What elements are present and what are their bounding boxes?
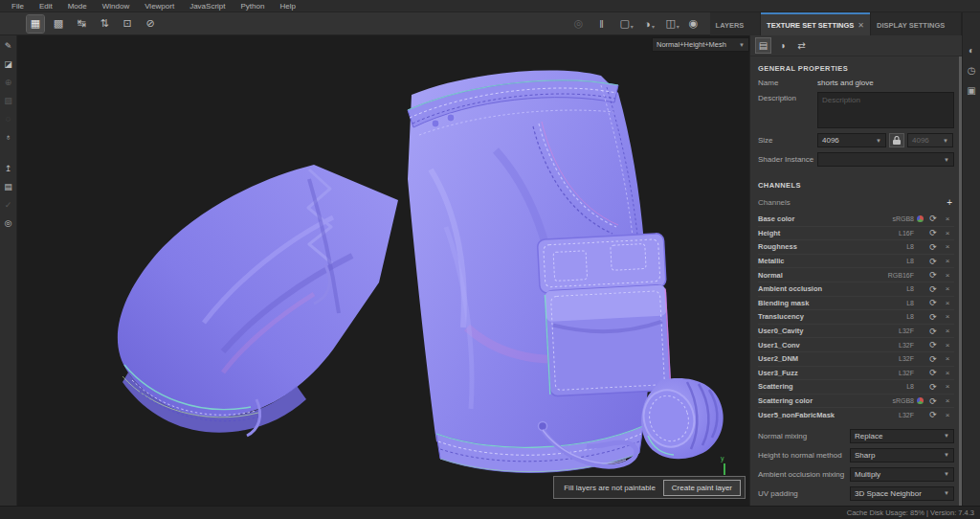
channel-remove-icon[interactable]: × (941, 242, 954, 251)
channel-refresh-icon[interactable]: ⟳ (925, 270, 941, 280)
create-paint-layer-button[interactable]: Create paint layer (663, 480, 741, 496)
shader-instance-dropdown[interactable]: ▼ (817, 152, 954, 167)
tool-icon[interactable]: ↥ (2, 162, 15, 175)
menu-item[interactable]: Help (272, 0, 302, 12)
tool-icon[interactable]: ▤ (2, 180, 15, 193)
channel-refresh-icon[interactable]: ⟳ (925, 327, 941, 336)
channel-remove-icon[interactable]: × (941, 214, 954, 223)
normal-map-model (17, 35, 749, 506)
tool-icon[interactable]: ⊕ (2, 76, 15, 89)
toolbar-icon[interactable]: ◫▾ (664, 15, 681, 33)
channel-format-dropdown[interactable]: sRGB8 (881, 397, 914, 404)
channel-format-dropdown[interactable]: sRGB8 (881, 215, 914, 222)
toolbar-icon[interactable]: ⊘ (142, 15, 159, 33)
panel-scrollbar[interactable] (959, 56, 962, 506)
viewport-shading-dropdown[interactable]: Normal+Height+Mesh▼ (652, 37, 749, 52)
toolbar-icon[interactable]: ▢▾ (618, 15, 635, 33)
description-input[interactable] (817, 92, 954, 128)
channel-format-dropdown[interactable]: L32F (881, 327, 914, 334)
menu-item[interactable]: File (4, 0, 32, 12)
channel-remove-icon[interactable]: × (941, 354, 954, 363)
panel-subtab-icon[interactable]: ◑ (775, 38, 790, 53)
channel-remove-icon[interactable]: × (941, 396, 954, 405)
channel-refresh-icon[interactable]: ⟳ (925, 284, 941, 294)
toolbar-icon[interactable]: ↹ (73, 15, 90, 33)
panel-tab[interactable]: TEXTURE SET SETTINGS✕ (761, 12, 870, 35)
channel-refresh-icon[interactable]: ⟳ (925, 312, 941, 322)
side-strip-icon[interactable]: ◐ (969, 45, 974, 56)
toolbar-icon[interactable]: ▦ (27, 15, 44, 33)
menu-item[interactable]: Window (95, 0, 137, 12)
menu-item[interactable]: Mode (60, 0, 95, 12)
toolbar-icon[interactable]: ⇅ (96, 15, 113, 33)
toolbar-icon[interactable]: ◑▾ (641, 15, 658, 33)
channel-remove-icon[interactable]: × (941, 257, 954, 265)
tool-icon[interactable]: ◎ (2, 216, 15, 230)
mixing-dropdown[interactable]: Multiply▼ (850, 467, 954, 482)
channel-refresh-icon[interactable]: ⟳ (925, 228, 941, 237)
tool-icon[interactable]: ▨ (2, 94, 15, 107)
channel-remove-icon[interactable]: × (941, 284, 954, 293)
channel-remove-icon[interactable]: × (941, 341, 954, 350)
channel-refresh-icon[interactable]: ⟳ (925, 214, 941, 223)
channel-refresh-icon[interactable]: ⟳ (925, 298, 941, 307)
channel-format-dropdown[interactable]: L8 (881, 285, 914, 292)
channel-format-dropdown[interactable]: L8 (881, 258, 914, 264)
channel-remove-icon[interactable]: × (941, 299, 954, 307)
menu-item[interactable]: JavaScript (182, 0, 233, 12)
channel-remove-icon[interactable]: × (941, 411, 954, 419)
channel-format-dropdown[interactable]: L8 (881, 300, 914, 306)
channel-format-dropdown[interactable]: L8 (881, 383, 914, 390)
channel-remove-icon[interactable]: × (941, 229, 954, 237)
mixing-dropdown[interactable]: Replace▼ (850, 429, 954, 443)
side-strip-icon[interactable]: ▣ (967, 85, 975, 96)
channel-format-dropdown[interactable]: L32F (881, 370, 914, 376)
tool-icon[interactable]: ♁ (2, 130, 15, 144)
channel-remove-icon[interactable]: × (941, 312, 954, 321)
viewport-3d[interactable]: Normal+Height+Mesh▼ y Fill layers are no… (17, 35, 749, 506)
channel-format-dropdown[interactable]: L32F (881, 355, 914, 362)
menu-item[interactable]: Python (234, 0, 273, 12)
size-dropdown[interactable]: 4096▼ (817, 133, 886, 147)
panel-subtab-icon[interactable]: ⇄ (794, 38, 809, 53)
channel-refresh-icon[interactable]: ⟳ (925, 396, 941, 406)
side-strip-icon[interactable]: ◷ (968, 65, 976, 76)
channel-format-dropdown[interactable]: L8 (881, 313, 914, 320)
size-height-dropdown[interactable]: 4096▼ (907, 133, 953, 147)
panel-tab[interactable]: DISPLAY SETTINGS✕ (871, 12, 961, 35)
channel-refresh-icon[interactable]: ⟳ (925, 257, 941, 266)
menu-item[interactable]: Edit (32, 0, 60, 12)
toolbar-icon[interactable]: ⊡ (119, 15, 136, 33)
panel-subtab-icon[interactable]: ▤ (756, 38, 770, 53)
tool-icon[interactable]: ✓ (2, 198, 15, 212)
channel-refresh-icon[interactable]: ⟳ (925, 368, 941, 377)
size-lock-icon[interactable] (889, 133, 904, 147)
channel-refresh-icon[interactable]: ⟳ (925, 410, 941, 419)
channel-refresh-icon[interactable]: ⟳ (925, 242, 941, 252)
channel-remove-icon[interactable]: × (941, 369, 954, 377)
channel-format-dropdown[interactable]: L32F (881, 412, 914, 418)
channel-refresh-icon[interactable]: ⟳ (925, 382, 941, 392)
panel-tab[interactable]: LAYERS✕ (710, 12, 760, 35)
toolbar-icon[interactable]: ◎▾ (572, 15, 590, 33)
channel-remove-icon[interactable]: × (941, 327, 954, 335)
channel-remove-icon[interactable]: × (941, 382, 954, 391)
tool-icon[interactable]: ◪ (2, 57, 15, 71)
channel-remove-icon[interactable]: × (941, 271, 954, 280)
channel-format-dropdown[interactable]: RGB16F (881, 272, 914, 279)
tool-icon[interactable]: ◌ (2, 112, 15, 125)
channel-format-dropdown[interactable]: L8 (881, 243, 914, 250)
channel-format-dropdown[interactable]: L16F (881, 230, 914, 237)
channel-refresh-icon[interactable]: ⟳ (925, 340, 941, 350)
menu-item[interactable]: Viewport (137, 0, 182, 12)
toolbar-icon[interactable]: ▩ (50, 15, 67, 33)
mixing-dropdown[interactable]: Sharp▼ (850, 448, 954, 463)
toolbar-icon[interactable]: ◉▾ (687, 15, 704, 33)
toolbar-icon[interactable]: ‖▾ (595, 15, 612, 33)
mixing-dropdown[interactable]: 3D Space Neighbor▼ (850, 486, 954, 501)
close-tab-icon[interactable]: ✕ (858, 21, 864, 30)
tool-icon[interactable]: ✎ (2, 39, 15, 53)
channel-format-dropdown[interactable]: L32F (881, 342, 914, 349)
channel-refresh-icon[interactable]: ⟳ (925, 354, 941, 364)
add-channel-icon[interactable]: + (947, 197, 954, 208)
